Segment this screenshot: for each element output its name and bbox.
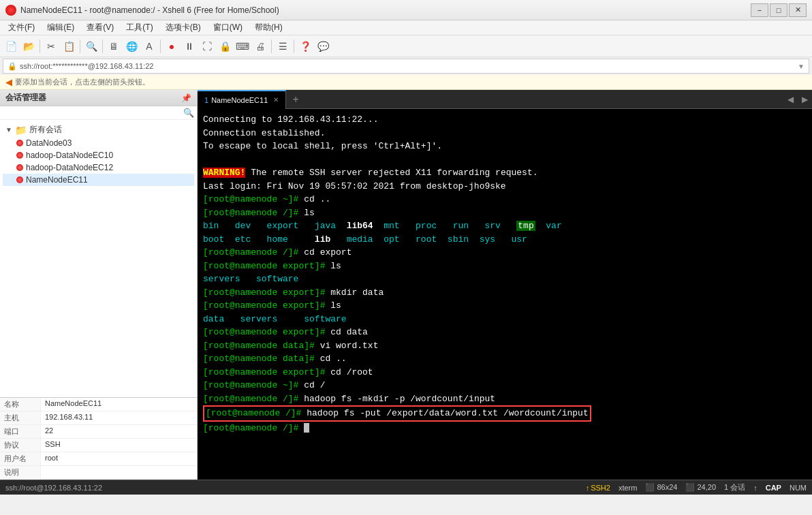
term-line: Last login: Fri Nov 19 05:57:02 2021 fro…	[203, 180, 807, 193]
term-prompt-line: [root@namenode ~]# cd /	[203, 379, 807, 392]
sidebar-item-namenodeec11[interactable]: NameNodeEC11	[3, 174, 194, 186]
properties-panel: 名称 NameNodeEC11 主机 192.168.43.11 端口 22 协…	[0, 397, 197, 480]
hint-arrow-icon: ◀	[5, 77, 12, 87]
menu-view[interactable]: 查看(V)	[81, 20, 119, 35]
term-ls-output-4: data servers software	[203, 313, 807, 326]
toolbar-pause[interactable]: ⏸	[181, 38, 198, 54]
tree-root-all-sessions[interactable]: ▼ 📁 所有会话	[3, 123, 194, 137]
session-dot-icon	[16, 140, 23, 146]
tab-nav-right-button[interactable]: ▶	[798, 95, 812, 104]
tab-label: NameNodeEC11	[211, 96, 268, 104]
term-prompt-line: [root@namenode export]# ls	[203, 299, 807, 313]
toolbar-chat[interactable]: 💬	[315, 38, 331, 54]
sidebar-controls: 📌	[181, 93, 191, 103]
minimize-button[interactable]: −	[751, 3, 768, 17]
prop-user-row: 用户名 root	[0, 452, 197, 466]
xshell-icon	[5, 5, 16, 16]
session-label: DataNode03	[26, 138, 72, 148]
prop-name-row: 名称 NameNodeEC11	[0, 398, 197, 411]
term-warning-line: WARNING! The remote SSH server rejected …	[203, 166, 807, 180]
menu-help[interactable]: 帮助(H)	[249, 20, 288, 35]
tab-namenodeec11[interactable]: 1 NameNodeEC11 ✕	[198, 90, 286, 109]
term-prompt-line: [root@namenode /]# hadoop fs -mkdir -p /…	[203, 392, 807, 406]
toolbar-menu2[interactable]: ☰	[275, 38, 291, 54]
session-label: NameNodeEC11	[26, 175, 88, 185]
toolbar-globe[interactable]: 🌐	[123, 38, 140, 54]
toolbar-kbd[interactable]: ⌨	[234, 38, 251, 54]
session-label: hadoop-DataNodeEC12	[26, 163, 113, 172]
term-prompt-line: [root@namenode export]# cd data	[203, 326, 807, 339]
tab-close-button[interactable]: ✕	[273, 96, 279, 104]
term-line: Connection established.	[203, 127, 807, 140]
tree-root-label: 所有会话	[29, 124, 62, 136]
toolbar-sep3	[102, 40, 103, 53]
session-hint-bar: ◀ 要添加当前会话，点击左侧的箭头按钮。	[0, 75, 812, 90]
menu-edit[interactable]: 编辑(E)	[42, 20, 80, 35]
status-position: ⬛ 24,20	[685, 483, 716, 492]
address-dropdown-arrow[interactable]: ▼	[798, 63, 805, 70]
term-prompt-line: [root@namenode /]# cd export	[203, 246, 807, 260]
tab-nav-left-button[interactable]: ◀	[783, 95, 798, 104]
toolbar-search[interactable]: 🔍	[83, 38, 99, 54]
tab-number-icon: 1	[204, 96, 208, 104]
status-terminal: xterm	[619, 484, 638, 492]
toolbar: 📄 📂 ✂ 📋 🔍 🖥 🌐 A ● ⏸ ⛶ 🔒 ⌨ 🖨 ☰ ❓ 💬	[0, 35, 812, 57]
maximize-button[interactable]: □	[770, 3, 787, 17]
term-prompt-line: [root@namenode export]# mkdir data	[203, 286, 807, 300]
folder-icon: 📁	[15, 125, 27, 136]
status-sessions: 1 会话	[724, 482, 745, 493]
sidebar-item-datanode03[interactable]: DataNode03	[3, 137, 194, 149]
term-line: To escape to local shell, press 'Ctrl+Al…	[203, 140, 807, 153]
tab-bar: 1 NameNodeEC11 ✕ + ◀ ▶	[198, 90, 812, 109]
status-num: NUM	[790, 484, 807, 492]
terminal-content[interactable]: Connecting to 192.168.43.11:22... Connec…	[198, 109, 812, 480]
menu-window[interactable]: 窗口(W)	[208, 20, 248, 35]
close-button[interactable]: ✕	[789, 3, 807, 17]
prop-host-row: 主机 192.168.43.11	[0, 411, 197, 425]
term-ls-output-3: servers software	[203, 272, 807, 286]
sidebar-item-hadoop-datanodeec12[interactable]: hadoop-DataNodeEC12	[3, 161, 194, 174]
toolbar-font[interactable]: A	[141, 38, 157, 54]
title-bar: NameNodeEC11 - root@namenode:/ - Xshell …	[0, 0, 812, 20]
toolbar-sep6	[294, 40, 294, 53]
status-bar: ssh://root@192.168.43.11:22 ↑ SSH2 xterm…	[0, 480, 812, 495]
status-cap: CAP	[766, 484, 781, 492]
sidebar-pin-icon[interactable]: 📌	[181, 93, 191, 103]
toolbar-lock[interactable]: 🔒	[217, 38, 233, 54]
toolbar-new[interactable]: 📄	[3, 38, 19, 54]
tab-add-button[interactable]: +	[287, 91, 304, 108]
prop-desc-row: 说明	[0, 466, 197, 480]
menu-file[interactable]: 文件(F)	[3, 20, 40, 35]
session-dot-icon	[16, 176, 23, 183]
sidebar: 会话管理器 📌 🔍 ▼ 📁 所有会话 DataNode03 hadoop-Dat…	[0, 90, 198, 480]
menu-tabs[interactable]: 选项卡(B)	[160, 20, 206, 35]
prop-key-host: 主机	[0, 411, 41, 424]
toolbar-sep4	[160, 40, 161, 53]
toolbar-open[interactable]: 📂	[20, 38, 37, 54]
toolbar-print[interactable]: 🖨	[252, 38, 268, 54]
menu-tools[interactable]: 工具(T)	[121, 20, 158, 35]
toolbar-copy[interactable]: 📋	[61, 38, 77, 54]
search-icon[interactable]: 🔍	[183, 108, 194, 118]
term-line	[203, 153, 807, 167]
toolbar-fullscreen[interactable]: ⛶	[199, 38, 215, 54]
session-dot-icon	[16, 152, 23, 159]
term-line: Connecting to 192.168.43.11:22...	[203, 113, 807, 127]
terminal-area: 1 NameNodeEC11 ✕ + ◀ ▶ Connecting to 192…	[198, 90, 812, 480]
sidebar-search-bar: 🔍	[0, 106, 197, 120]
address-text: ssh://root:************@192.168.43.11:22	[20, 62, 798, 70]
menu-bar: 文件(F) 编辑(E) 查看(V) 工具(T) 选项卡(B) 窗口(W) 帮助(…	[0, 20, 812, 35]
toolbar-comp[interactable]: 🖥	[106, 38, 122, 54]
sidebar-item-hadoop-datanodeec10[interactable]: hadoop-DataNodeEC10	[3, 149, 194, 161]
toolbar-help[interactable]: ❓	[297, 38, 313, 54]
term-prompt-line: [root@namenode /]# ls	[203, 206, 807, 220]
term-boxed-cmd-line: [root@namenode /]# hadoop fs -put /expor…	[203, 405, 591, 422]
toolbar-cut[interactable]: ✂	[43, 38, 59, 54]
window-title: NameNodeEC11 - root@namenode:/ - Xshell …	[20, 5, 279, 15]
prop-val-protocol: SSH	[41, 439, 65, 452]
term-ls-output-1: bin dev export java lib64 mnt proc run s…	[203, 219, 807, 233]
status-up-icon: ↑	[753, 484, 758, 492]
toolbar-xshell[interactable]: ●	[163, 38, 180, 54]
prop-key-name: 名称	[0, 398, 41, 411]
prop-key-port: 端口	[0, 425, 41, 438]
